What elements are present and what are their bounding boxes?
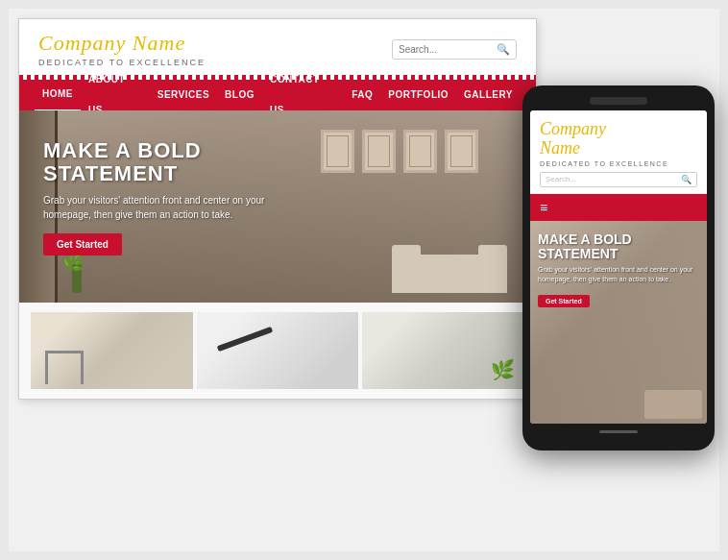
hero-wall-frames xyxy=(321,130,478,173)
desktop-logo-area: Company Name DEDICATED TO EXCELLENCE xyxy=(38,31,206,67)
thumb-chair-decor xyxy=(45,351,84,384)
desktop-hero-title: MAKE A BOLD STATEMENT xyxy=(43,139,274,185)
mobile-screen: Company Name DEDICATED TO EXCELLENCE Sea… xyxy=(530,110,707,424)
nav-item-blog[interactable]: BLOG xyxy=(217,80,262,110)
mobile-hero-title: MAKE A BOLD STATEMENT xyxy=(538,232,699,262)
mobile-hero-subtitle: Grab your visitors' attention front and … xyxy=(538,265,699,284)
hero-frame-3 xyxy=(403,130,437,173)
nav-item-home[interactable]: HOME xyxy=(35,79,81,111)
hero-frame-1 xyxy=(321,130,354,173)
gallery-thumb-2[interactable] xyxy=(197,312,359,389)
mobile-mockup: Company Name DEDICATED TO EXCELLENCE Sea… xyxy=(522,85,715,450)
hero-couch-decor xyxy=(392,255,507,293)
mobile-hero-content: MAKE A BOLD STATEMENT Grab your visitors… xyxy=(538,232,699,307)
nav-item-gallery[interactable]: GALLERY xyxy=(456,80,521,110)
mobile-home-indicator xyxy=(530,424,707,439)
mobile-hero: MAKE A BOLD STATEMENT Grab your visitors… xyxy=(530,221,707,424)
gallery-thumb-1[interactable] xyxy=(31,312,193,389)
thumb-plant-decor: 🌿 xyxy=(491,358,515,381)
nav-item-services[interactable]: SERVICES xyxy=(150,80,217,110)
desktop-hero: MAKE A BOLD STATEMENT Grab your visitors… xyxy=(19,110,536,303)
mobile-nav-bar[interactable]: ≡ xyxy=(530,194,707,221)
thumb-pen-decor xyxy=(216,327,272,352)
mobile-search-icon: 🔍 xyxy=(681,175,692,184)
desktop-hero-subtitle: Grab your visitors' attention front and … xyxy=(43,193,274,222)
desktop-search-box[interactable]: 🔍 xyxy=(392,39,517,60)
desktop-search-input[interactable] xyxy=(399,44,497,55)
mobile-header: Company Name DEDICATED TO EXCELLENCE Sea… xyxy=(530,110,707,194)
mobile-notch xyxy=(590,97,647,105)
gallery-thumb-3[interactable]: 🌿 xyxy=(362,312,524,389)
search-icon: 🔍 xyxy=(497,43,510,56)
mobile-home-bar xyxy=(599,430,638,433)
mobile-search-row[interactable]: Search... 🔍 xyxy=(540,172,697,187)
desktop-mockup: Company Name DEDICATED TO EXCELLENCE 🔍 H… xyxy=(18,18,537,400)
desktop-hero-content: MAKE A BOLD STATEMENT Grab your visitors… xyxy=(43,139,274,256)
desktop-get-started-button[interactable]: Get Started xyxy=(43,233,122,256)
mobile-company-name: Company Name xyxy=(540,120,697,158)
nav-item-portfolio[interactable]: PORTFOLIO xyxy=(380,80,456,110)
desktop-company-name: Company Name xyxy=(38,31,206,56)
mobile-get-started-button[interactable]: Get Started xyxy=(538,295,590,307)
mobile-sofa-decor xyxy=(644,390,702,419)
nav-item-faq[interactable]: FAQ xyxy=(344,80,380,110)
desktop-nav: HOME ABOUT US SERVICES BLOG CONTACT US F… xyxy=(19,80,536,110)
mobile-search-placeholder: Search... xyxy=(546,175,681,183)
desktop-gallery: 🌿 xyxy=(19,303,536,399)
outer-container: Company Name DEDICATED TO EXCELLENCE 🔍 H… xyxy=(9,9,719,551)
mobile-tagline: DEDICATED TO EXCELLENCE xyxy=(540,160,697,167)
hero-frame-4 xyxy=(445,130,478,173)
hero-frame-2 xyxy=(362,130,396,173)
hamburger-icon[interactable]: ≡ xyxy=(540,200,547,215)
